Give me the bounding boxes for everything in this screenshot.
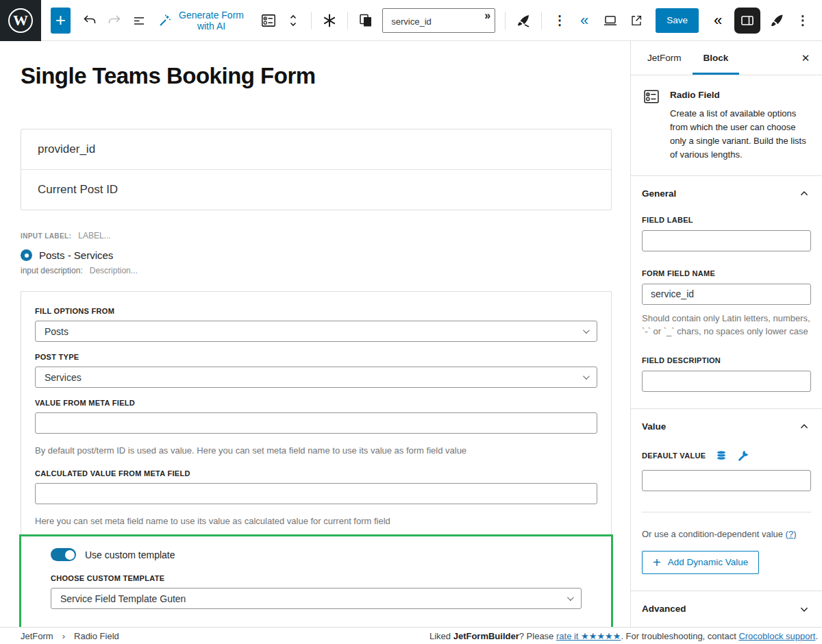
footer-end-text: . xyxy=(815,631,818,641)
divider xyxy=(642,512,811,512)
field-name-toolbar-input[interactable] xyxy=(382,8,495,33)
save-button[interactable]: Save xyxy=(656,8,699,33)
radio-selected-icon[interactable] xyxy=(21,249,32,261)
chevron-up-icon xyxy=(797,420,811,434)
toolbar-separator xyxy=(505,12,506,29)
add-dynamic-value-button[interactable]: + Add Dynamic Value xyxy=(642,551,759,574)
jetformbuilder-editor: W + Generate Form with AI xyxy=(0,0,822,644)
calculated-value-input[interactable] xyxy=(35,483,597,504)
fill-options-from-select[interactable]: Posts xyxy=(35,321,597,342)
tab-block[interactable]: Block xyxy=(693,41,740,75)
post-type-label: POST TYPE xyxy=(35,353,597,361)
footer-notice: Liked JetFormBuilder? Please rate it ★★★… xyxy=(429,631,818,641)
preview-device-button[interactable] xyxy=(598,8,623,33)
form-title[interactable]: Single Teams Booking Form xyxy=(21,63,612,89)
value-from-meta-input[interactable] xyxy=(35,412,597,434)
double-chevron-left-icon: « xyxy=(714,13,722,28)
top-toolbar: W + Generate Form with AI xyxy=(0,0,822,41)
sidebar-tabs: JetForm Block ✕ xyxy=(631,41,822,75)
wordpress-icon: W xyxy=(8,8,33,33)
list-view-icon xyxy=(131,12,147,29)
add-dynamic-value-label: Add Dynamic Value xyxy=(668,557,749,567)
radio-option-label: Posts - Services xyxy=(39,249,113,261)
hidden-fields-block: provider_id Current Post ID xyxy=(21,129,612,210)
condition-help-link[interactable]: (?) xyxy=(786,529,797,539)
input-description-placeholder[interactable]: Description... xyxy=(90,266,138,275)
workspace: Single Teams Booking Form provider_id Cu… xyxy=(0,41,822,627)
crocoblock-support-link[interactable]: Crocoblock support xyxy=(738,631,815,641)
post-type-value: Services xyxy=(45,372,82,383)
chevron-up-icon xyxy=(797,187,811,201)
general-panel-title: General xyxy=(642,188,676,199)
radio-field-block-button[interactable] xyxy=(256,8,281,33)
tab-jetform[interactable]: JetForm xyxy=(636,41,693,75)
style-settings-button[interactable] xyxy=(764,8,789,33)
form-field-name-input[interactable] xyxy=(642,284,811,305)
field-description-input[interactable] xyxy=(642,371,811,392)
redo-button[interactable] xyxy=(102,8,127,33)
expand-chevrons-icon[interactable]: » xyxy=(484,9,490,23)
radio-option-row[interactable]: Posts - Services xyxy=(21,249,612,261)
rate-it-link[interactable]: rate it ★★★★★ xyxy=(556,631,621,641)
hidden-field-current-post-id[interactable]: Current Post ID xyxy=(21,169,611,210)
generate-form-ai-button[interactable]: Generate Form with AI xyxy=(151,8,252,33)
close-sidebar-button[interactable]: ✕ xyxy=(793,46,818,71)
block-options-button[interactable]: ⋮ xyxy=(547,8,572,33)
calculated-value-help: Here you can set meta field name to use … xyxy=(35,515,597,528)
chevron-down-icon xyxy=(583,327,590,334)
field-label-input[interactable] xyxy=(642,230,811,251)
wordpress-logo[interactable]: W xyxy=(0,0,41,41)
default-value-input[interactable] xyxy=(642,470,811,491)
input-label-placeholder[interactable]: LABEL... xyxy=(78,231,110,240)
plus-icon: + xyxy=(55,10,66,31)
radio-field-block-icon xyxy=(260,12,277,29)
default-value-row: DEFAULT VALUE xyxy=(642,449,811,462)
default-value-label: DEFAULT VALUE xyxy=(642,451,706,460)
list-view-button[interactable] xyxy=(127,8,151,33)
preview-external-button[interactable] xyxy=(624,8,649,33)
field-description-group: FIELD DESCRIPTION xyxy=(642,356,811,392)
clear-style-button[interactable] xyxy=(511,8,536,33)
wrench-icon[interactable] xyxy=(737,449,750,462)
collapse-panel-button[interactable]: « xyxy=(572,8,597,33)
value-panel-header[interactable]: Value xyxy=(642,420,811,434)
breadcrumb-jetform[interactable]: JetForm xyxy=(21,631,53,641)
general-panel-header[interactable]: General xyxy=(642,187,811,201)
duplicate-button[interactable] xyxy=(353,8,378,33)
required-asterisk-button[interactable] xyxy=(317,8,342,33)
settings-sidebar-toggle[interactable] xyxy=(734,8,760,34)
chevron-right-icon: › xyxy=(62,631,65,641)
post-type-select[interactable]: Services xyxy=(35,367,597,388)
advanced-panel-header[interactable]: Advanced xyxy=(642,602,811,616)
radio-field-settings-box: FILL OPTIONS FROM Posts POST TYPE Servic… xyxy=(21,291,612,627)
editor-canvas: Single Teams Booking Form provider_id Cu… xyxy=(0,41,630,627)
use-custom-template-label: Use custom template xyxy=(85,549,175,560)
block-inserter-button[interactable]: + xyxy=(51,8,71,34)
undo-button[interactable] xyxy=(77,8,102,33)
editor-footer: JetForm › Radio Field Liked JetFormBuild… xyxy=(0,627,822,644)
condition-dependent-text: Or use a condition-dependent value xyxy=(642,529,783,539)
collapse-sidebar-button[interactable]: « xyxy=(706,8,730,33)
paintbrush-icon xyxy=(769,12,785,29)
preset-database-icon[interactable] xyxy=(714,449,728,462)
brush-icon xyxy=(515,12,532,29)
toggle-on-icon[interactable] xyxy=(51,548,76,561)
kebab-menu-icon: ⋮ xyxy=(553,12,566,28)
breadcrumb-radio-field[interactable]: Radio Field xyxy=(74,631,119,641)
use-custom-template-row[interactable]: Use custom template xyxy=(51,548,582,561)
editor-options-button[interactable]: ⋮ xyxy=(790,8,815,33)
choose-custom-template-select[interactable]: Service Field Template Guten xyxy=(51,588,582,609)
field-description-label: FIELD DESCRIPTION xyxy=(642,356,811,364)
hidden-field-provider-id[interactable]: provider_id xyxy=(21,129,611,169)
input-label-prefix: INPUT LABEL: xyxy=(21,232,71,240)
general-panel: General FIELD LABEL FORM FIELD NAME Shou… xyxy=(631,176,822,409)
block-mover-button[interactable] xyxy=(281,8,306,33)
block-info-card: Radio Field Create a list of available o… xyxy=(631,75,822,176)
value-from-meta-label: VALUE FROM META FIELD xyxy=(35,399,597,407)
value-panel: Value DEFAULT VALUE O xyxy=(631,409,822,591)
fill-options-from-value: Posts xyxy=(45,326,68,337)
calculated-value-label: CALCULATED VALUE FROM META FIELD xyxy=(35,469,597,478)
toolbar-separator xyxy=(347,12,348,29)
generate-form-ai-label: Generate Form with AI xyxy=(177,10,245,32)
chevron-down-icon xyxy=(797,602,811,616)
